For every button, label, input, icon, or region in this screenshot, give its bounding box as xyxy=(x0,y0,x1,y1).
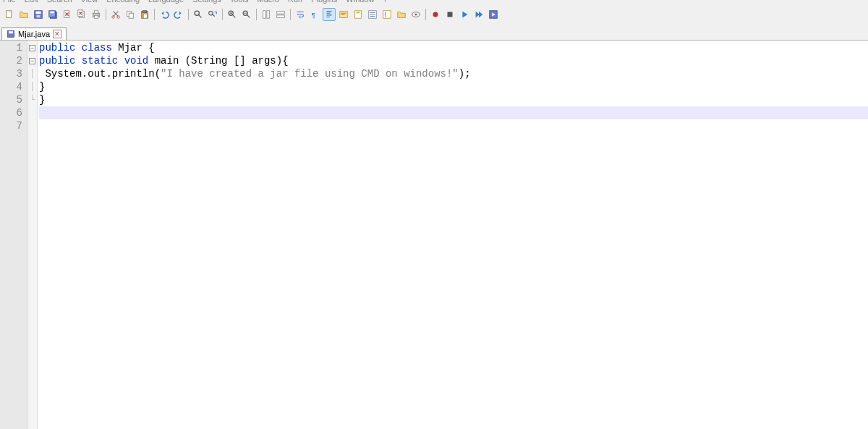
menu-macro[interactable]: Macro xyxy=(257,0,279,4)
code-line-current xyxy=(39,106,868,119)
code-line: public static void main (String [] args)… xyxy=(39,54,868,67)
open-file-icon[interactable] xyxy=(17,8,30,21)
svg-rect-0 xyxy=(7,11,12,18)
menu-help[interactable]: ? xyxy=(383,0,387,4)
wordwrap-icon[interactable] xyxy=(294,8,307,21)
fold-column: − − │ │ └ xyxy=(27,41,38,429)
find-icon[interactable] xyxy=(192,8,205,21)
cut-icon[interactable] xyxy=(109,8,122,21)
code-line: public class Mjar { xyxy=(39,41,868,54)
close-icon[interactable] xyxy=(61,8,74,21)
replace-icon[interactable] xyxy=(206,8,219,21)
svg-rect-27 xyxy=(277,15,285,18)
line-number: 4 xyxy=(0,80,27,93)
docmap-icon[interactable] xyxy=(352,8,365,21)
tab-bar: Mjar.java ✕ xyxy=(0,23,868,41)
file-icon xyxy=(7,30,15,38)
menu-edit[interactable]: Edit xyxy=(25,0,38,4)
menu-file[interactable]: File xyxy=(3,0,16,4)
svg-point-20 xyxy=(195,11,199,15)
menu-view[interactable]: View xyxy=(81,0,98,4)
save-macro-icon[interactable] xyxy=(487,8,500,21)
code-area[interactable]: public class Mjar { public static void m… xyxy=(38,41,868,429)
separator xyxy=(256,9,257,20)
fold-line: │ xyxy=(27,80,37,93)
svg-rect-16 xyxy=(129,13,133,18)
separator xyxy=(106,9,106,20)
undo-icon[interactable] xyxy=(158,8,171,21)
menu-window[interactable]: Window xyxy=(346,0,374,4)
menu-bar: File Edit Search View Encoding Language … xyxy=(0,0,868,6)
save-icon[interactable] xyxy=(32,8,45,21)
tab-label: Mjar.java xyxy=(18,30,50,38)
line-number-gutter: 1 2 3 4 5 6 7 xyxy=(0,41,27,429)
separator xyxy=(188,9,189,20)
separator xyxy=(290,9,291,20)
showall-icon[interactable]: ¶ xyxy=(308,8,321,21)
separator xyxy=(425,9,426,20)
paste-icon[interactable] xyxy=(138,8,151,21)
svg-point-36 xyxy=(415,14,417,16)
svg-point-37 xyxy=(433,12,438,17)
zoom-out-icon[interactable] xyxy=(240,8,253,21)
menu-settings[interactable]: Settings xyxy=(192,0,221,4)
svg-rect-18 xyxy=(142,11,146,13)
fold-line: │ xyxy=(27,67,37,80)
svg-rect-24 xyxy=(263,11,266,19)
line-number: 2 xyxy=(0,54,27,67)
print-icon[interactable] xyxy=(90,8,103,21)
menu-search[interactable]: Search xyxy=(47,0,72,4)
tab-close-icon[interactable]: ✕ xyxy=(53,30,61,38)
svg-rect-25 xyxy=(267,11,270,19)
folder-workspace-icon[interactable] xyxy=(395,8,408,21)
new-file-icon[interactable] xyxy=(3,8,16,21)
svg-rect-26 xyxy=(277,12,285,14)
indent-guide-icon[interactable] xyxy=(323,8,336,21)
userlang-icon[interactable] xyxy=(337,8,350,21)
funclist-icon[interactable]: f xyxy=(380,8,393,21)
doclist-icon[interactable] xyxy=(366,8,379,21)
editor-area: 1 2 3 4 5 6 7 − − │ │ └ public class Mja… xyxy=(0,41,868,429)
code-line: } xyxy=(39,80,868,93)
svg-rect-11 xyxy=(94,11,98,14)
copy-icon[interactable] xyxy=(124,8,137,21)
svg-rect-12 xyxy=(94,16,98,19)
menu-encoding[interactable]: Encoding xyxy=(106,0,140,4)
svg-rect-38 xyxy=(448,12,453,17)
code-line: } xyxy=(39,93,868,106)
toolbar: ¶ f xyxy=(0,6,868,23)
close-all-icon[interactable] xyxy=(75,8,88,21)
fold-marker[interactable]: − xyxy=(27,41,37,54)
line-number: 6 xyxy=(0,106,27,119)
svg-rect-30 xyxy=(355,11,362,19)
play-macro-icon[interactable] xyxy=(458,8,471,21)
monitor-icon[interactable] xyxy=(409,8,422,21)
sync-hscroll-icon[interactable] xyxy=(274,8,287,21)
sync-vscroll-icon[interactable] xyxy=(260,8,273,21)
redo-icon[interactable] xyxy=(172,8,185,21)
separator xyxy=(222,9,223,20)
stop-macro-icon[interactable] xyxy=(443,8,456,21)
save-all-icon[interactable] xyxy=(46,8,59,21)
svg-text:¶: ¶ xyxy=(312,11,315,19)
line-number: 5 xyxy=(0,93,27,106)
zoom-in-icon[interactable] xyxy=(226,8,239,21)
separator xyxy=(154,9,155,20)
tab-mjar-java[interactable]: Mjar.java ✕ xyxy=(1,27,67,40)
menu-plugins[interactable]: Plugins xyxy=(311,0,337,4)
code-line: System.out.println("I have created a jar… xyxy=(39,67,868,80)
line-number: 3 xyxy=(0,67,27,80)
fold-end: └ xyxy=(27,93,37,106)
fold-marker[interactable]: − xyxy=(27,54,37,67)
svg-point-21 xyxy=(209,12,213,15)
menu-language[interactable]: Language xyxy=(148,0,184,4)
playmulti-macro-icon[interactable] xyxy=(472,8,485,21)
svg-rect-2 xyxy=(36,12,41,14)
menu-tools[interactable]: Tools xyxy=(230,0,249,4)
svg-rect-41 xyxy=(9,31,13,33)
menu-run[interactable]: Run xyxy=(288,0,302,4)
svg-rect-3 xyxy=(36,15,40,18)
line-number: 1 xyxy=(0,41,27,54)
record-macro-icon[interactable] xyxy=(429,8,442,21)
code-line xyxy=(39,119,868,132)
